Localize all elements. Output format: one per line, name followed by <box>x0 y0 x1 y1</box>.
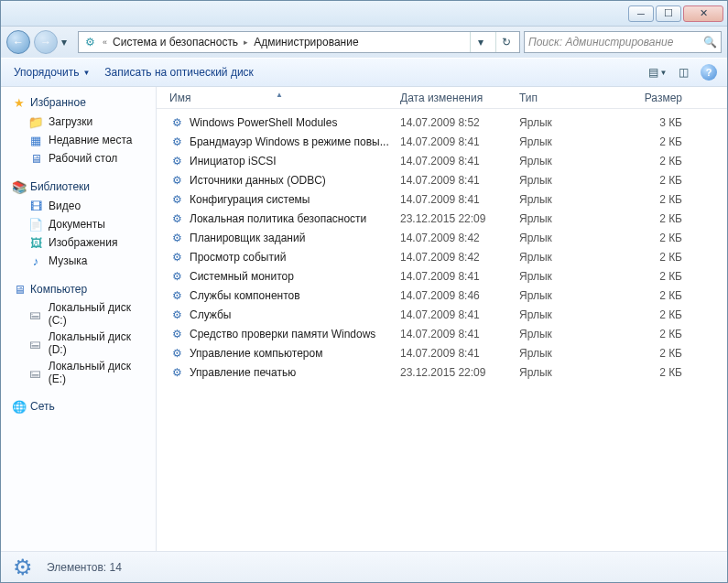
address-bar[interactable]: ⚙ « Система и безопасность ▸ Администрир… <box>78 31 520 53</box>
preview-pane-button[interactable]: ◫ <box>672 62 694 82</box>
file-size: 2 КБ <box>614 308 688 321</box>
breadcrumb-seg-1[interactable]: Система и безопасность <box>113 36 238 49</box>
libraries-header[interactable]: 📚Библиотеки <box>1 177 154 197</box>
shortcut-icon: ⚙ <box>169 365 184 380</box>
close-icon: ✕ <box>700 7 708 19</box>
file-row[interactable]: ⚙Службы14.07.2009 8:41Ярлык2 КБ <box>157 305 727 324</box>
minimize-icon: ─ <box>637 8 645 19</box>
file-date: 14.07.2009 8:41 <box>395 174 514 187</box>
file-name: Планировщик заданий <box>190 232 305 244</box>
maximize-button[interactable]: ☐ <box>656 5 681 22</box>
file-size: 2 КБ <box>614 193 688 206</box>
recent-icon: ▦ <box>28 133 43 147</box>
search-placeholder: Поиск: Администрирование <box>528 36 673 49</box>
file-size: 2 КБ <box>614 174 688 187</box>
file-type: Ярлык <box>514 116 614 129</box>
back-button[interactable]: ← <box>6 30 30 54</box>
drive-icon: 🖴 <box>28 307 43 321</box>
view-options-button[interactable]: ▤▼ <box>647 62 668 82</box>
file-row[interactable]: ⚙Инициатор iSCSI14.07.2009 8:41Ярлык2 КБ <box>157 151 727 170</box>
file-row[interactable]: ⚙Локальная политика безопасности23.12.20… <box>157 209 727 228</box>
file-row[interactable]: ⚙Просмотр событий14.07.2009 8:42Ярлык2 К… <box>157 247 727 266</box>
item-count: Элементов: 14 <box>47 561 122 574</box>
file-date: 14.07.2009 8:41 <box>395 193 514 206</box>
file-size: 2 КБ <box>614 270 688 283</box>
file-row[interactable]: ⚙Конфигурация системы14.07.2009 8:41Ярлы… <box>157 189 727 209</box>
file-name: Конфигурация системы <box>190 193 310 206</box>
sidebar-item-documents[interactable]: 📄Документы <box>1 215 154 233</box>
column-name[interactable]: Имя▲ <box>164 92 395 104</box>
file-date: 14.07.2009 8:41 <box>395 135 514 148</box>
sidebar-item-drive-e[interactable]: 🖴Локальный диск (E:) <box>1 358 154 387</box>
column-date[interactable]: Дата изменения <box>395 92 514 104</box>
star-icon: ★ <box>12 95 27 110</box>
file-size: 2 КБ <box>614 135 688 148</box>
search-input[interactable]: Поиск: Администрирование 🔍 <box>524 31 722 53</box>
file-type: Ярлык <box>514 212 614 225</box>
column-size[interactable]: Размер <box>614 92 688 104</box>
file-row[interactable]: ⚙Брандмауэр Windows в режиме повы...14.0… <box>157 132 727 151</box>
file-name: Средство проверки памяти Windows <box>190 328 375 340</box>
file-row[interactable]: ⚙Источники данных (ODBC)14.07.2009 8:41Я… <box>157 170 727 189</box>
favorites-header[interactable]: ★Избранное <box>1 92 154 113</box>
sidebar-item-drive-d[interactable]: 🖴Локальный диск (D:) <box>1 329 154 358</box>
details-pane: ⚙ Элементов: 14 <box>1 551 727 582</box>
file-date: 14.07.2009 8:41 <box>395 155 514 167</box>
file-row[interactable]: ⚙Системный монитор14.07.2009 8:41Ярлык2 … <box>157 266 727 286</box>
sidebar-item-recent[interactable]: ▦Недавние места <box>1 131 154 149</box>
sidebar-item-music[interactable]: ♪Музыка <box>1 252 154 270</box>
minimize-button[interactable]: ─ <box>628 5 654 22</box>
sidebar-item-downloads[interactable]: 📁Загрузки <box>1 113 154 131</box>
drive-icon: 🖴 <box>28 336 43 351</box>
file-size: 2 КБ <box>614 347 688 360</box>
refresh-button[interactable]: ↻ <box>495 32 516 52</box>
file-size: 2 КБ <box>614 212 688 225</box>
address-dropdown[interactable]: ▾ <box>470 32 490 52</box>
control-panel-icon: ⚙ <box>82 35 97 49</box>
computer-header[interactable]: 🖥Компьютер <box>1 279 154 299</box>
file-type: Ярлык <box>514 308 614 321</box>
column-type[interactable]: Тип <box>514 92 614 104</box>
file-row[interactable]: ⚙Службы компонентов14.07.2009 8:46Ярлык2… <box>157 286 727 305</box>
network-header[interactable]: 🌐Сеть <box>1 396 154 416</box>
file-name: Управление печатью <box>190 366 296 379</box>
file-row[interactable]: ⚙Средство проверки памяти Windows14.07.2… <box>157 324 727 343</box>
sidebar-item-drive-c[interactable]: 🖴Локальный диск (C:) <box>1 299 154 329</box>
file-row[interactable]: ⚙Управление компьютером14.07.2009 8:41Яр… <box>157 343 727 362</box>
file-type: Ярлык <box>514 193 614 206</box>
file-name: Инициатор iSCSI <box>190 155 277 167</box>
file-row[interactable]: ⚙Планировщик заданий14.07.2009 8:42Ярлык… <box>157 228 727 247</box>
file-date: 14.07.2009 8:42 <box>395 251 514 264</box>
close-button[interactable]: ✕ <box>683 5 723 22</box>
sidebar-item-desktop[interactable]: 🖥Рабочий стол <box>1 149 154 167</box>
file-size: 2 КБ <box>614 251 688 264</box>
sidebar-item-video[interactable]: 🎞Видео <box>1 197 154 215</box>
file-name: Службы <box>190 308 231 321</box>
organize-button[interactable]: Упорядочить▼ <box>8 62 95 82</box>
arrow-left-icon: ← <box>13 36 24 49</box>
file-type: Ярлык <box>514 155 614 167</box>
sidebar-item-images[interactable]: 🖼Изображения <box>1 233 154 252</box>
help-button[interactable]: ? <box>698 62 720 82</box>
maximize-icon: ☐ <box>664 7 673 19</box>
file-date: 14.07.2009 8:41 <box>395 270 514 283</box>
shortcut-icon: ⚙ <box>169 192 184 207</box>
arrow-right-icon: → <box>40 36 51 49</box>
file-row[interactable]: ⚙Управление печатью23.12.2015 22:09Ярлык… <box>157 362 727 382</box>
file-row[interactable]: ⚙Windows PowerShell Modules14.07.2009 8:… <box>157 113 727 132</box>
refresh-icon: ↻ <box>502 36 511 49</box>
music-icon: ♪ <box>28 254 43 268</box>
window-titlebar: ─ ☐ ✕ <box>1 1 727 27</box>
network-group: 🌐Сеть <box>1 396 154 416</box>
chevron-right-icon: ▸ <box>244 38 248 47</box>
shortcut-icon: ⚙ <box>169 154 184 168</box>
breadcrumb-seg-2[interactable]: Администрирование <box>254 36 358 49</box>
navigation-pane: ★Избранное 📁Загрузки ▦Недавние места 🖥Ра… <box>1 87 157 551</box>
forward-button[interactable]: → <box>34 30 58 54</box>
file-name: Управление компьютером <box>190 347 322 360</box>
burn-disc-button[interactable]: Записать на оптический диск <box>99 62 259 82</box>
document-icon: 📄 <box>28 217 43 232</box>
history-dropdown[interactable]: ▾ <box>61 36 74 49</box>
favorites-group: ★Избранное 📁Загрузки ▦Недавние места 🖥Ра… <box>1 92 154 167</box>
column-headers: Имя▲ Дата изменения Тип Размер <box>157 87 727 109</box>
